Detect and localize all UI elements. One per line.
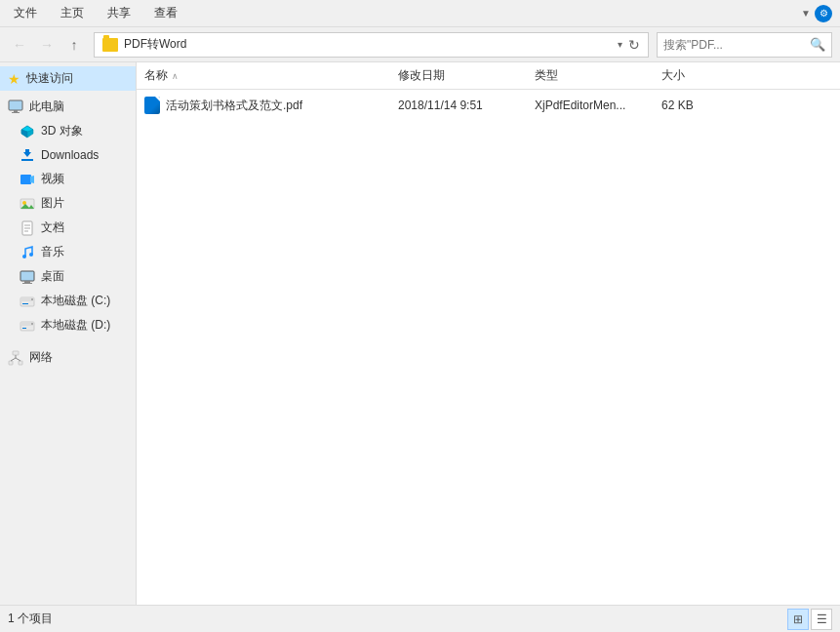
collapse-ribbon-icon[interactable]: ▼: [801, 8, 811, 19]
sidebar-item-network[interactable]: 网络: [0, 345, 136, 370]
current-path: PDF转Word: [124, 36, 614, 53]
sidebar-item-this-pc[interactable]: 此电脑: [0, 95, 136, 119]
menu-view[interactable]: 查看: [148, 3, 183, 23]
view-buttons: ⊞ ☰: [787, 609, 832, 630]
folder-icon: [102, 38, 118, 52]
sidebar-item-drive-d[interactable]: 本地磁盘 (D:): [0, 313, 136, 337]
svg-rect-0: [9, 100, 22, 110]
sidebar-label-network: 网络: [29, 349, 53, 366]
svg-rect-19: [20, 271, 34, 281]
refresh-button[interactable]: ↻: [628, 37, 640, 53]
file-type-cell: XjPdfEditorMen...: [535, 99, 661, 112]
sidebar-label-videos: 视频: [41, 171, 64, 187]
music-icon: [20, 245, 35, 260]
svg-rect-32: [19, 361, 22, 365]
star-icon: ★: [8, 71, 20, 87]
svg-rect-2: [12, 112, 20, 113]
sidebar-label-3d-objects: 3D 对象: [41, 123, 83, 139]
col-header-name[interactable]: 名称 ∧: [144, 67, 398, 84]
svg-marker-7: [23, 149, 31, 157]
svg-rect-29: [22, 328, 26, 329]
xjpdf-icon: [144, 97, 160, 114]
download-icon: [20, 147, 35, 163]
video-icon: [20, 172, 35, 187]
status-bar: 1 个项目 ⊞ ☰: [0, 605, 840, 632]
file-list: 活动策划书格式及范文.pdf 2018/11/14 9:51 XjPdfEdit…: [137, 90, 840, 605]
menu-home[interactable]: 主页: [55, 3, 90, 23]
sidebar-item-drive-c[interactable]: 本地磁盘 (C:): [0, 289, 136, 313]
up-button[interactable]: ↑: [62, 33, 86, 57]
sidebar-item-quick-access[interactable]: ★ 快速访问: [0, 66, 136, 91]
menu-file[interactable]: 文件: [8, 3, 43, 23]
svg-point-24: [31, 298, 33, 300]
sidebar-item-music[interactable]: 音乐: [0, 240, 136, 264]
svg-line-34: [11, 358, 16, 361]
main-area: ★ 快速访问 此电脑 3D 对象: [0, 62, 840, 605]
sidebar-label-quick-access: 快速访问: [26, 70, 73, 87]
svg-rect-25: [22, 303, 28, 304]
pictures-icon: [20, 196, 35, 212]
drive-d-icon: [20, 318, 35, 334]
sidebar-item-downloads[interactable]: Downloads: [0, 143, 136, 167]
svg-marker-9: [30, 176, 34, 183]
menu-bar: 文件 主页 共享 查看 ▼ ⚙: [0, 0, 840, 27]
file-date-cell: 2018/11/14 9:51: [398, 99, 535, 112]
col-header-date[interactable]: 修改日期: [398, 67, 535, 84]
file-name: 活动策划书格式及范文.pdf: [166, 98, 302, 114]
sidebar-label-desktop: 桌面: [41, 268, 64, 285]
column-headers: 名称 ∧ 修改日期 类型 大小: [137, 62, 840, 90]
sidebar-label-drive-d: 本地磁盘 (D:): [41, 317, 110, 334]
content-area: 名称 ∧ 修改日期 类型 大小 活动策划书格式及范文.pdf: [137, 62, 840, 605]
sidebar-item-desktop[interactable]: 桌面: [0, 264, 136, 289]
sidebar-label-downloads: Downloads: [41, 148, 99, 162]
sidebar-item-documents[interactable]: 文档: [0, 216, 136, 240]
forward-button[interactable]: →: [35, 33, 59, 57]
sidebar-label-this-pc: 此电脑: [29, 99, 64, 115]
search-input[interactable]: [663, 38, 810, 52]
desktop-icon: [20, 269, 35, 285]
3d-icon: [20, 124, 35, 139]
view-list-button[interactable]: ☰: [811, 609, 832, 630]
network-icon: [8, 350, 23, 366]
svg-point-11: [22, 201, 26, 205]
breadcrumb-bar[interactable]: PDF转Word ▾ ↻: [94, 32, 649, 58]
svg-rect-20: [24, 281, 30, 283]
svg-rect-6: [21, 159, 33, 161]
file-name-cell: 活动策划书格式及范文.pdf: [144, 97, 398, 114]
drive-c-icon: [20, 294, 35, 309]
status-count: 1 个项目: [8, 611, 53, 627]
svg-rect-8: [20, 175, 31, 184]
svg-rect-21: [22, 283, 32, 284]
svg-rect-30: [13, 351, 19, 355]
search-bar[interactable]: 🔍: [657, 32, 832, 58]
search-icon[interactable]: 🔍: [810, 37, 825, 52]
svg-rect-31: [9, 361, 13, 365]
sidebar-label-documents: 文档: [41, 219, 64, 236]
documents-icon: [20, 220, 35, 236]
col-header-size[interactable]: 大小: [661, 67, 740, 84]
sort-arrow-icon: ∧: [172, 71, 179, 81]
back-button[interactable]: ←: [8, 33, 31, 57]
svg-rect-1: [14, 110, 18, 112]
computer-icon: [8, 99, 23, 115]
svg-line-35: [16, 358, 20, 361]
file-size-cell: 62 KB: [661, 99, 740, 112]
sidebar-item-videos[interactable]: 视频: [0, 167, 136, 191]
svg-point-28: [31, 323, 33, 325]
svg-point-18: [29, 253, 33, 257]
menu-share[interactable]: 共享: [101, 3, 137, 23]
col-header-type[interactable]: 类型: [535, 67, 661, 84]
breadcrumb-dropdown-icon[interactable]: ▾: [618, 39, 622, 50]
svg-point-17: [22, 255, 26, 258]
settings-icon[interactable]: ⚙: [815, 5, 832, 22]
sidebar-label-pictures: 图片: [41, 195, 64, 212]
sidebar-label-drive-c: 本地磁盘 (C:): [41, 293, 110, 309]
nav-bar: ← → ↑ PDF转Word ▾ ↻ 🔍: [0, 27, 840, 62]
sidebar-label-music: 音乐: [41, 244, 64, 260]
sidebar-item-pictures[interactable]: 图片: [0, 191, 136, 216]
sidebar: ★ 快速访问 此电脑 3D 对象: [0, 62, 137, 605]
table-row[interactable]: 活动策划书格式及范文.pdf 2018/11/14 9:51 XjPdfEdit…: [137, 92, 840, 119]
sidebar-item-3d-objects[interactable]: 3D 对象: [0, 119, 136, 143]
view-grid-button[interactable]: ⊞: [787, 609, 809, 630]
